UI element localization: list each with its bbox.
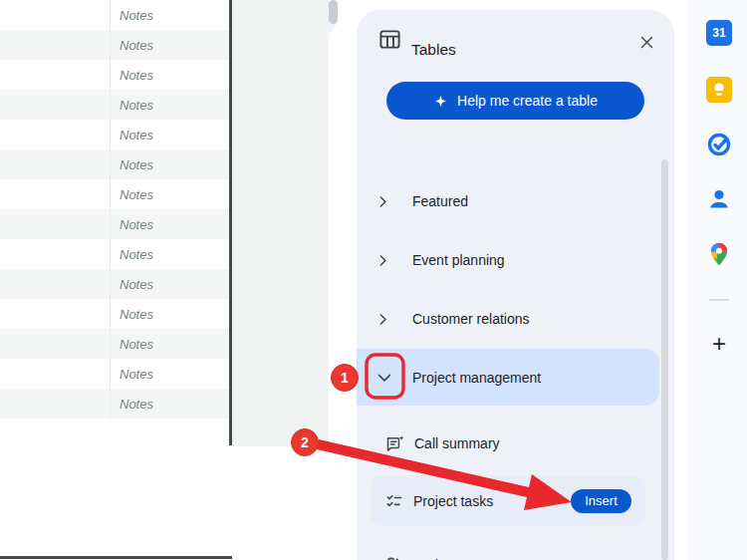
gridline (110, 60, 111, 90)
table-body: NotesNotesNotesNotesNotesNotesNotesNotes… (0, 0, 229, 419)
table-row[interactable]: Notes (0, 359, 229, 389)
template-call-summary[interactable]: Call summary (357, 421, 659, 465)
sparkle-icon (433, 94, 448, 109)
panel-title: Tables (411, 41, 456, 59)
table-row[interactable]: Notes (0, 299, 229, 329)
note-cell[interactable]: Notes (120, 397, 153, 412)
note-cell[interactable]: Notes (120, 187, 153, 202)
table-row[interactable]: Notes (0, 239, 229, 269)
section-project-management[interactable]: Project management (357, 349, 659, 406)
google-tasks-icon[interactable] (706, 132, 732, 157)
note-cell[interactable]: Notes (120, 337, 153, 352)
annotation-step1-circle (332, 365, 359, 392)
google-calendar-icon[interactable]: 31 (706, 20, 732, 46)
section-event-planning[interactable]: Event planning (357, 236, 659, 284)
table-bottom-border (0, 556, 232, 559)
help-me-create-table-button[interactable]: Help me create a table (386, 82, 644, 120)
annotation-step1-number: 1 (341, 370, 349, 386)
note-cell[interactable]: Notes (120, 8, 153, 23)
gridline (110, 239, 111, 269)
note-cell[interactable]: Notes (120, 277, 153, 292)
table-row[interactable]: Notes (0, 329, 229, 359)
close-icon[interactable] (633, 29, 659, 55)
gridline (110, 389, 111, 419)
section-customer-relations[interactable]: Customer relations (357, 295, 659, 343)
sheet-scrollbar[interactable] (329, 0, 338, 24)
table-row[interactable]: Notes (0, 179, 229, 209)
note-cell[interactable]: Notes (120, 307, 153, 322)
note-cell[interactable]: Notes (120, 157, 153, 172)
table-row[interactable]: Notes (0, 389, 229, 419)
note-cell[interactable]: Notes (120, 217, 153, 232)
gridline (110, 299, 111, 329)
empty-column-j[interactable] (232, 0, 329, 446)
note-cell[interactable]: Notes (120, 68, 153, 83)
insert-button[interactable]: Insert (571, 489, 631, 513)
template-project-resources[interactable]: Project resources (357, 543, 659, 560)
note-cell[interactable]: Notes (120, 38, 153, 53)
google-keep-icon[interactable] (706, 77, 732, 103)
gridline (110, 0, 111, 30)
google-contacts-icon[interactable] (706, 186, 732, 212)
tables-panel: Tables Help me create a table Featured E… (357, 10, 674, 560)
call-summary-icon (384, 433, 405, 454)
add-icon[interactable]: + (707, 332, 731, 356)
gridline (110, 269, 111, 299)
chevron-down-icon[interactable] (374, 368, 395, 388)
note-cell[interactable]: Notes (120, 367, 153, 382)
table-row[interactable]: Notes (0, 269, 229, 299)
google-maps-icon[interactable] (706, 241, 732, 267)
gridline (110, 120, 111, 149)
project-tasks-icon (384, 491, 404, 511)
tables-panel-icon (378, 28, 401, 55)
table-row[interactable]: Notes (0, 30, 229, 60)
side-rail: 31 (687, 0, 747, 560)
table-row[interactable]: Notes (0, 209, 229, 239)
section-featured[interactable]: Featured (357, 177, 659, 225)
note-cell[interactable]: Notes (120, 247, 153, 262)
gridline (110, 149, 111, 179)
gridline (110, 209, 111, 239)
chevron-right-icon (374, 252, 391, 269)
rail-divider (709, 299, 729, 301)
panel-scrollbar[interactable] (661, 159, 668, 560)
gridline (110, 90, 111, 120)
gridline (110, 30, 111, 60)
note-cell[interactable]: Notes (120, 98, 153, 113)
gridline (110, 179, 111, 209)
note-cell[interactable]: Notes (120, 128, 153, 142)
gridline (110, 359, 111, 389)
table-row[interactable]: Notes (0, 60, 229, 90)
gridline (110, 329, 111, 359)
template-project-tasks[interactable]: Project tasks Insert (371, 475, 645, 526)
table-row[interactable]: Notes (0, 90, 229, 120)
chevron-right-icon (374, 193, 391, 210)
table-row[interactable]: Notes (0, 120, 229, 149)
table-row[interactable]: Notes (0, 149, 229, 179)
chevron-right-icon (374, 311, 391, 328)
table-row[interactable]: Notes (0, 0, 229, 30)
project-resources-icon (384, 555, 404, 560)
